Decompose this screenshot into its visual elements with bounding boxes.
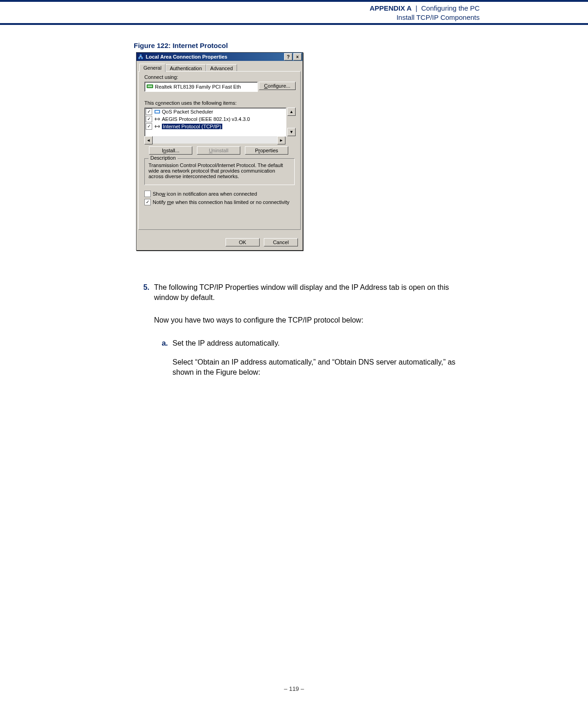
description-group: Description Transmission Control Protoco… (144, 158, 295, 185)
paragraph: Select “Obtain an IP address automatical… (172, 357, 475, 377)
list-item-label: QoS Packet Scheduler (162, 109, 213, 114)
ok-button[interactable]: OK (226, 238, 260, 246)
tab-panel-general: Connect using: Realtek RTL8139 Family PC… (138, 71, 301, 230)
install-button[interactable]: Install... (149, 146, 192, 155)
svg-rect-4 (148, 85, 152, 87)
help-button[interactable]: ? (284, 53, 292, 60)
body-text: 5. The following TCP/IP Properties windo… (134, 282, 475, 377)
list-item[interactable]: ✓ Internet Protocol (TCP/IP) (145, 123, 286, 130)
scroll-track[interactable] (153, 136, 277, 144)
dialog-titlebar[interactable]: Local Area Connection Properties ? × (137, 53, 303, 61)
substep-number: a. (154, 338, 168, 348)
header-rule-bottom (0, 23, 588, 25)
svg-rect-6 (155, 111, 159, 113)
paragraph: Now you have two ways to configure the T… (154, 315, 475, 325)
list-item[interactable]: ✓ QoS Packet Scheduler (145, 108, 286, 115)
properties-dialog: Local Area Connection Properties ? × Gen… (136, 52, 303, 251)
items-label: This connection uses the following items… (144, 100, 237, 106)
properties-button[interactable]: Properties (245, 146, 288, 155)
list-item-label: AEGIS Protocol (IEEE 802.1x) v3.4.3.0 (162, 116, 250, 122)
chapter-title: Configuring the PC (421, 4, 480, 12)
svg-rect-2 (140, 54, 142, 56)
checkbox-label: Show icon in notification area when conn… (153, 191, 257, 197)
svg-rect-0 (138, 57, 140, 59)
description-text: Transmission Control Protocol/Internet P… (148, 162, 283, 179)
checkbox-icon[interactable]: ✓ (146, 108, 152, 115)
scroll-left-icon[interactable]: ◄ (144, 136, 153, 144)
close-button[interactable]: × (293, 53, 302, 60)
list-item[interactable]: ✓ AEGIS Protocol (IEEE 802.1x) v3.4.3.0 (145, 115, 286, 123)
configure-button[interactable]: Configure... (259, 82, 296, 90)
scroll-up-icon[interactable]: ▲ (287, 108, 296, 116)
section-title: Install TCP/IP Components (370, 13, 480, 22)
adapter-name: Realtek RTL8139 Family PCI Fast Eth (155, 84, 241, 90)
connect-using-label: Connect using: (144, 74, 178, 80)
uninstall-button: Uninstall (197, 146, 240, 155)
service-icon (154, 108, 160, 115)
svg-rect-1 (141, 57, 143, 59)
scroll-right-icon[interactable]: ► (277, 136, 285, 144)
tab-general[interactable]: General (139, 64, 166, 72)
adapter-icon (147, 84, 153, 90)
show-icon-checkbox[interactable]: Show icon in notification area when conn… (144, 191, 257, 197)
dialog-title: Local Area Connection Properties (146, 54, 283, 60)
page-footer: – 119 – (0, 685, 588, 692)
substep-text: Set the IP address automatically. (172, 338, 279, 348)
checkbox-label: Notify me when this connection has limit… (153, 199, 290, 205)
appendix-label: APPENDIX A (370, 4, 412, 12)
running-header: APPENDIX A | Configuring the PC Install … (370, 4, 480, 22)
cancel-button[interactable]: Cancel (264, 238, 298, 246)
checkbox-icon[interactable]: ✓ (146, 123, 152, 130)
checkbox-icon[interactable]: ✓ (146, 116, 152, 122)
horizontal-scrollbar[interactable]: ◄ ► (144, 136, 285, 144)
checkbox-icon[interactable] (144, 191, 151, 197)
header-rule-top (0, 0, 588, 2)
vertical-scrollbar[interactable]: ▲ ▼ (287, 108, 295, 136)
network-icon (137, 54, 144, 60)
step-text: The following TCP/IP Properties window w… (154, 282, 475, 302)
step-number: 5. (134, 282, 149, 302)
scroll-down-icon[interactable]: ▼ (287, 128, 296, 136)
checkbox-icon[interactable]: ✓ (144, 199, 151, 205)
description-legend: Description (148, 155, 178, 161)
components-listbox[interactable]: ✓ QoS Packet Scheduler ✓ AEGIS Protocol … (144, 108, 286, 137)
notify-checkbox[interactable]: ✓ Notify me when this connection has lim… (144, 199, 290, 205)
protocol-icon (154, 116, 160, 122)
dialog-button-row: OK Cancel (223, 238, 298, 246)
adapter-field[interactable]: Realtek RTL8139 Family PCI Fast Eth (144, 82, 258, 92)
figure-caption: Figure 122: Internet Protocol (134, 42, 228, 49)
protocol-icon (154, 123, 160, 130)
list-item-label: Internet Protocol (TCP/IP) (162, 124, 222, 129)
